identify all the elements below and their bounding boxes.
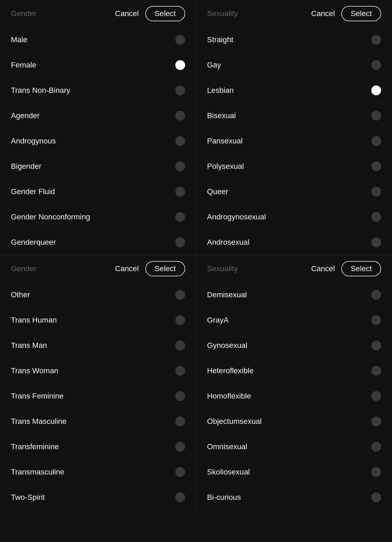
gender-radio-trans-woman[interactable] (175, 366, 185, 376)
list-item: Two-Spirit (0, 485, 196, 510)
sexuality-radio-graya[interactable] (371, 315, 381, 325)
list-item: Female (0, 53, 196, 78)
item-label: Trans Non-Binary (11, 86, 70, 95)
list-item: Objectumsexual (196, 409, 392, 434)
sexuality-radio-demisexual[interactable] (371, 290, 381, 300)
item-label: Omnisexual (207, 442, 247, 451)
list-item: Transmasculine (0, 460, 196, 485)
gender-radio-androgynous[interactable] (175, 136, 185, 146)
list-item: Genderqueer (0, 230, 196, 255)
sexuality-radio-polysexual[interactable] (371, 161, 381, 171)
sexuality-radio-heteroflexible[interactable] (371, 366, 381, 376)
item-label: Straight (207, 35, 234, 44)
list-item: Pansexual (196, 128, 392, 154)
gender-header-actions-2: Cancel Select (115, 261, 185, 276)
sexuality-radio-omnisexual[interactable] (371, 442, 381, 452)
list-item: Trans Feminine (0, 384, 196, 409)
item-label: GrayA (207, 316, 229, 324)
gender-radio-agender[interactable] (175, 111, 185, 121)
sexuality-radio-skoliosexual[interactable] (371, 467, 381, 477)
item-label: Trans Man (11, 341, 47, 350)
gender-radio-female[interactable] (175, 60, 185, 70)
item-label: Gay (207, 61, 221, 69)
item-label: Trans Woman (11, 366, 58, 375)
item-label: Agender (11, 111, 40, 120)
sexuality-radio-androgynosexual[interactable] (371, 212, 381, 222)
gender-radio-transfeminine[interactable] (175, 442, 185, 452)
list-item: Androgynosexual (196, 204, 392, 230)
sexuality-radio-androsexual[interactable] (371, 237, 381, 247)
item-label: Bisexual (207, 111, 236, 120)
item-label: Gender Nonconforming (11, 213, 90, 221)
item-label: Demisexual (207, 290, 247, 299)
list-item: Trans Non-Binary (0, 78, 196, 103)
list-item: Androsexual (196, 230, 392, 255)
item-label: Gender Fluid (11, 187, 55, 196)
gender-radio-gender-nonconforming[interactable] (175, 212, 185, 222)
sexuality-radio-lesbian[interactable] (371, 85, 381, 95)
list-item: Skoliosexual (196, 460, 392, 485)
item-label: Trans Masculine (11, 417, 66, 426)
sexuality-header-top: Sexuality Cancel Select (196, 0, 392, 27)
item-label: Trans Feminine (11, 392, 63, 400)
gender-radio-trans-man[interactable] (175, 341, 185, 350)
sexuality-radio-bi-curious[interactable] (371, 492, 381, 502)
sexuality-select-button-2[interactable]: Select (341, 261, 381, 276)
item-label: Bi-curious (207, 493, 241, 502)
item-label: Two-Spirit (11, 493, 45, 502)
gender-radio-gender-fluid[interactable] (175, 187, 185, 197)
sexuality-cancel-button-2[interactable]: Cancel (311, 264, 335, 273)
gender-panel: Gender Cancel Select Male Female Trans N… (0, 0, 196, 510)
list-item: Trans Woman (0, 358, 196, 384)
list-item: Lesbian (196, 78, 392, 103)
gender-cancel-button-2[interactable]: Cancel (115, 264, 139, 273)
sexuality-list-bottom: Demisexual GrayA Gynosexual Heteroflexib… (196, 282, 392, 510)
sexuality-radio-queer[interactable] (371, 187, 381, 197)
sexuality-radio-gay[interactable] (371, 60, 381, 70)
sexuality-radio-objectumsexual[interactable] (371, 417, 381, 426)
item-label: Female (11, 61, 36, 69)
sexuality-radio-gynosexual[interactable] (371, 341, 381, 350)
gender-radio-trans-human[interactable] (175, 315, 185, 325)
list-item: Queer (196, 179, 392, 204)
sexuality-select-button[interactable]: Select (341, 6, 381, 21)
sexuality-radio-pansexual[interactable] (371, 136, 381, 146)
item-label: Androgynous (11, 137, 56, 145)
gender-cancel-button[interactable]: Cancel (115, 9, 139, 18)
list-item: Heteroflexible (196, 358, 392, 384)
list-item: Transfeminine (0, 434, 196, 460)
gender-select-button-2[interactable]: Select (145, 261, 185, 276)
gender-radio-bigender[interactable] (175, 161, 185, 171)
gender-radio-male[interactable] (175, 35, 185, 45)
item-label: Gynosexual (207, 341, 247, 350)
item-label: Pansexual (207, 137, 243, 145)
sexuality-cancel-button[interactable]: Cancel (311, 9, 335, 18)
gender-title-2: Gender (11, 264, 36, 273)
item-label: Objectumsexual (207, 417, 262, 426)
sexuality-radio-straight[interactable] (371, 35, 381, 45)
item-label: Bigender (11, 162, 41, 171)
gender-radio-trans-feminine[interactable] (175, 391, 185, 401)
gender-radio-genderqueer[interactable] (175, 237, 185, 247)
sexuality-radio-bisexual[interactable] (371, 111, 381, 121)
gender-radio-trans-non-binary[interactable] (175, 85, 185, 95)
list-item: Bigender (0, 154, 196, 179)
gender-radio-trans-masculine[interactable] (175, 417, 185, 426)
sexuality-title-2: Sexuality (207, 264, 238, 273)
item-label: Trans Human (11, 316, 57, 324)
gender-select-button[interactable]: Select (145, 6, 185, 21)
gender-radio-two-spirit[interactable] (175, 492, 185, 502)
gender-radio-transmasculine[interactable] (175, 467, 185, 477)
item-label: Polysexual (207, 162, 244, 171)
gender-radio-other[interactable] (175, 290, 185, 300)
item-label: Other (11, 290, 30, 299)
list-item: Trans Man (0, 333, 196, 358)
list-item: Other (0, 282, 196, 308)
item-label: Transmasculine (11, 468, 65, 476)
main-container: Gender Cancel Select Male Female Trans N… (0, 0, 392, 510)
sexuality-radio-homoflexible[interactable] (371, 391, 381, 401)
gender-header-top: Gender Cancel Select (0, 0, 196, 27)
item-label: Transfeminine (11, 442, 59, 451)
sexuality-panel: Sexuality Cancel Select Straight Gay Les… (196, 0, 392, 510)
item-label: Androsexual (207, 238, 250, 247)
